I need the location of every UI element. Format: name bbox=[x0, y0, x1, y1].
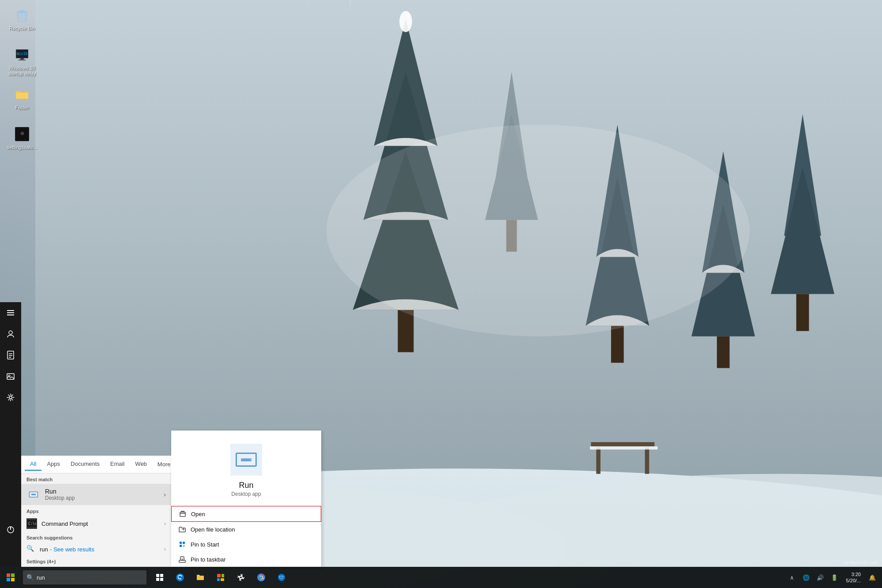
sidebar-hamburger[interactable] bbox=[0, 302, 21, 323]
sidebar-settings[interactable] bbox=[0, 387, 21, 408]
svg-point-71 bbox=[9, 331, 12, 334]
tab-email[interactable]: Email bbox=[105, 458, 130, 471]
open-file-location-label: Open file location bbox=[191, 526, 235, 533]
taskbar-search-box[interactable]: 🔍 run bbox=[23, 570, 146, 584]
run-app-name: Run bbox=[239, 481, 253, 490]
watermark: ylmfwin100.com bbox=[844, 560, 878, 565]
svg-rect-61 bbox=[221, 578, 224, 581]
clock-time: 3:20 bbox=[852, 571, 861, 577]
best-match-text: Run Desktop app bbox=[45, 488, 160, 501]
web-suggestion-run[interactable]: 🔍 run - See web results › bbox=[21, 542, 171, 556]
pin-to-taskbar-icon bbox=[178, 555, 186, 563]
search-tabs: All Apps Documents Email Web More ▼ Feed… bbox=[21, 456, 171, 473]
svg-text:Win10: Win10 bbox=[17, 52, 27, 56]
tab-apps[interactable]: Apps bbox=[41, 458, 65, 471]
run-app-header: Run Desktop app bbox=[171, 431, 321, 506]
svg-rect-72 bbox=[8, 351, 14, 359]
recycle-bin-icon bbox=[13, 6, 31, 24]
sidebar-documents[interactable] bbox=[0, 345, 21, 366]
search-panel: All Apps Documents Email Web More ▼ Feed… bbox=[21, 456, 171, 567]
command-prompt-icon: C:\>_ bbox=[26, 518, 37, 529]
taskbar: 🔍 run bbox=[0, 567, 882, 588]
best-match-arrow-icon: › bbox=[164, 491, 166, 498]
svg-point-78 bbox=[9, 396, 12, 399]
win10-startup-label: Windows 10 startup delay bbox=[6, 65, 38, 77]
search-suggestions-label: Search suggestions bbox=[21, 532, 171, 542]
clock-date: 5/20/... bbox=[846, 577, 861, 584]
app-item-command-prompt[interactable]: C:\>_ Command Prompt › bbox=[21, 516, 171, 532]
taskbar-edge[interactable] bbox=[170, 568, 190, 587]
tab-web[interactable]: Web bbox=[130, 458, 152, 471]
svg-rect-60 bbox=[217, 578, 220, 581]
settings-safe-icon: ⚙ bbox=[13, 125, 31, 143]
svg-rect-94 bbox=[183, 545, 185, 547]
svg-rect-58 bbox=[217, 574, 221, 577]
svg-rect-93 bbox=[180, 545, 182, 547]
taskbar-extra[interactable]: 🛡 bbox=[272, 568, 291, 587]
svg-text:⚙: ⚙ bbox=[20, 131, 24, 136]
taskbar-chrome[interactable] bbox=[251, 568, 271, 587]
sidebar-photos[interactable] bbox=[0, 366, 21, 387]
taskbar-clock[interactable]: 3:20 5/20/... bbox=[842, 571, 864, 584]
svg-rect-83 bbox=[31, 494, 36, 495]
pin-to-start-icon bbox=[178, 540, 186, 548]
start-button[interactable] bbox=[0, 567, 21, 588]
svg-rect-44 bbox=[19, 60, 26, 60]
svg-text:🛡: 🛡 bbox=[279, 575, 284, 580]
svg-rect-70 bbox=[7, 315, 14, 315]
sidebar-user[interactable] bbox=[0, 323, 21, 345]
pin-to-taskbar-label: Pin to taskbar bbox=[191, 556, 226, 563]
context-item-pin-to-taskbar[interactable]: Pin to taskbar bbox=[171, 552, 321, 567]
desktop-icon-win10-startup[interactable]: Win10 Windows 10 startup delay bbox=[4, 44, 40, 79]
tab-documents[interactable]: Documents bbox=[65, 458, 105, 471]
svg-rect-59 bbox=[221, 574, 224, 577]
sidebar-power[interactable] bbox=[0, 519, 21, 540]
taskbar-items: 🛡 bbox=[150, 568, 291, 587]
context-item-open[interactable]: Open bbox=[171, 506, 321, 522]
recycle-bin-label: Recycle Bin bbox=[9, 26, 35, 31]
taskbar-task-view[interactable] bbox=[150, 568, 169, 587]
best-match-name: Run bbox=[45, 488, 160, 495]
run-app-type: Desktop app bbox=[231, 491, 261, 497]
context-item-pin-to-start[interactable]: Pin to Start bbox=[171, 537, 321, 552]
desktop-icon-folder[interactable]: Folder bbox=[4, 84, 40, 112]
search-suggestion-icon: 🔍 bbox=[26, 545, 35, 554]
best-match-type: Desktop app bbox=[45, 495, 160, 501]
tray-chevron[interactable]: ∧ bbox=[786, 571, 798, 584]
settings-section-label: Settings (4+) bbox=[21, 556, 171, 567]
desktop-icon-settings-safe[interactable]: ⚙ settingssafe... bbox=[4, 124, 40, 152]
tab-more-label: More bbox=[158, 461, 171, 468]
tray-volume[interactable]: 🔊 bbox=[814, 571, 826, 584]
taskbar-search-text: run bbox=[37, 574, 45, 581]
svg-rect-51 bbox=[7, 578, 10, 581]
svg-rect-49 bbox=[7, 573, 10, 577]
tray-network[interactable]: 🌐 bbox=[800, 571, 812, 584]
taskbar-search-icon: 🔍 bbox=[26, 574, 34, 581]
run-app-icon-small bbox=[26, 487, 41, 502]
best-match-item[interactable]: Run Desktop app › bbox=[21, 484, 171, 505]
svg-point-62 bbox=[240, 576, 242, 579]
taskbar-settings[interactable] bbox=[231, 568, 251, 587]
svg-rect-53 bbox=[156, 574, 159, 577]
tray-battery[interactable]: 🔋 bbox=[828, 571, 841, 584]
win10-startup-icon: Win10 bbox=[13, 46, 31, 64]
desktop-icon-recycle-bin[interactable]: Recycle Bin bbox=[4, 4, 40, 33]
context-item-open-file-location[interactable]: Open file location bbox=[171, 522, 321, 537]
svg-rect-92 bbox=[183, 542, 185, 544]
svg-rect-91 bbox=[180, 542, 182, 544]
tray-notification[interactable]: 🔔 bbox=[866, 571, 878, 584]
taskbar-file-explorer[interactable] bbox=[191, 568, 210, 587]
svg-rect-54 bbox=[160, 574, 163, 577]
taskbar-store[interactable] bbox=[211, 568, 230, 587]
svg-rect-43 bbox=[20, 58, 24, 60]
open-label: Open bbox=[191, 511, 205, 517]
best-match-label: Best match bbox=[21, 473, 171, 484]
svg-rect-55 bbox=[156, 578, 159, 581]
tab-all[interactable]: All bbox=[25, 458, 41, 471]
app-arrow-command-prompt: › bbox=[164, 521, 166, 527]
svg-rect-52 bbox=[11, 578, 15, 581]
web-suggestion-arrow: › bbox=[164, 546, 166, 552]
pin-to-start-label: Pin to Start bbox=[191, 541, 219, 548]
svg-point-57 bbox=[176, 573, 184, 581]
svg-rect-69 bbox=[7, 312, 14, 313]
